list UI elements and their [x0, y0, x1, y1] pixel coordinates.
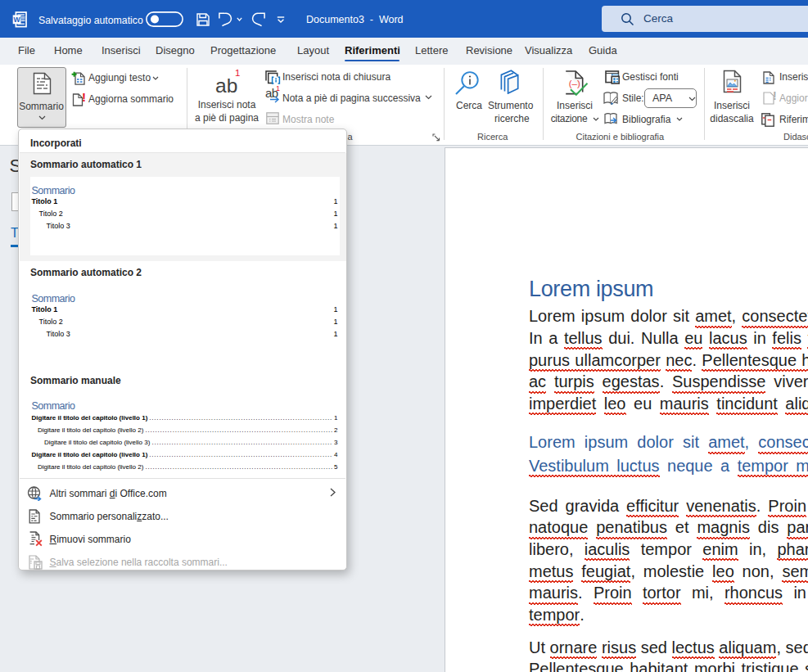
svg-text:(–): (–) — [569, 79, 580, 88]
svg-text:W: W — [14, 15, 21, 23]
